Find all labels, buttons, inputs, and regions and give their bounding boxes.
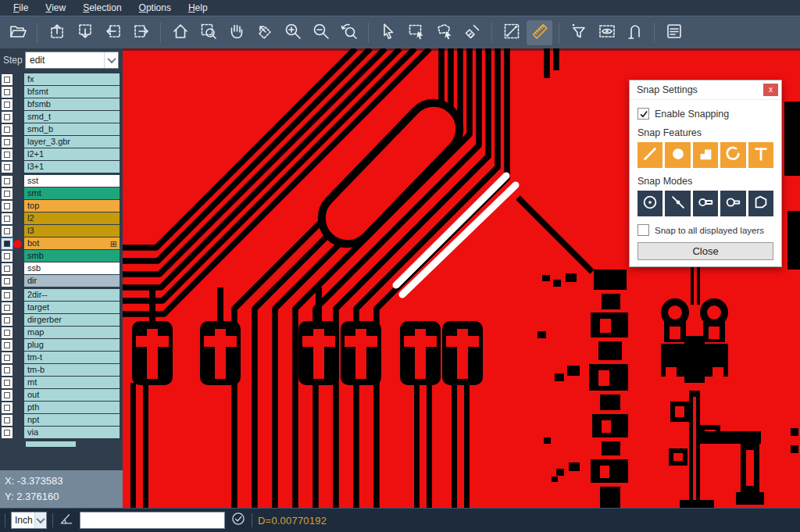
layer-checkbox[interactable] (2, 427, 12, 438)
shift-down-button[interactable] (72, 20, 98, 45)
layer-panel-button[interactable] (661, 20, 687, 45)
step-select[interactable]: edit (25, 52, 119, 69)
layer-checkbox[interactable] (2, 124, 12, 135)
layer-label[interactable]: l2 (24, 212, 120, 224)
layer-checkbox[interactable] (2, 340, 12, 351)
view-options-button[interactable] (594, 20, 620, 45)
layer-label[interactable]: l2+1 (24, 148, 120, 160)
layer-label[interactable]: smd_t (24, 111, 120, 123)
layer-checkbox[interactable] (2, 352, 12, 363)
layer-label[interactable]: npt (24, 414, 120, 426)
layer-label[interactable]: fx (24, 73, 120, 85)
layer-checkbox[interactable] (2, 213, 12, 224)
layer-label[interactable]: map (24, 327, 120, 338)
layer-label[interactable]: plug (24, 339, 120, 351)
shift-left-button[interactable] (100, 20, 126, 45)
dialog-titlebar[interactable]: Snap Settings x (630, 80, 781, 100)
chevron-down-icon[interactable] (104, 52, 118, 68)
layer-checkbox-checked[interactable] (2, 238, 12, 249)
zoom-previous-button[interactable] (336, 20, 362, 45)
layer-checkbox[interactable] (2, 251, 12, 262)
layer-label[interactable]: bot (24, 237, 120, 249)
close-button[interactable]: Close (638, 242, 773, 260)
snap-to-line-button[interactable] (638, 142, 662, 168)
layer-checkbox[interactable] (2, 415, 12, 426)
snap-to-arc-button[interactable] (720, 142, 745, 168)
chevron-down-icon[interactable] (34, 512, 46, 528)
layer-label[interactable]: tm-t (24, 352, 120, 363)
layer-checkbox[interactable] (2, 402, 12, 413)
layer-checkbox[interactable] (2, 365, 12, 376)
layer-checkbox[interactable] (2, 176, 12, 187)
layer-label[interactable]: smb (24, 250, 120, 262)
layer-checkbox[interactable] (2, 276, 12, 287)
layer-label[interactable]: dir (24, 275, 120, 287)
layer-label[interactable]: ssb (24, 262, 120, 274)
layer-checkbox[interactable] (2, 137, 12, 148)
measure-distance-button[interactable] (498, 20, 524, 45)
zoom-in-button[interactable] (280, 20, 305, 45)
layer-grid-icon[interactable]: ⊞ (110, 238, 117, 249)
layer-checkbox[interactable] (2, 390, 12, 401)
layer-label[interactable]: bfsmt (24, 86, 120, 98)
menu-file[interactable]: File (6, 1, 35, 15)
layer-checkbox[interactable] (2, 377, 12, 388)
follow-net-button[interactable] (622, 20, 648, 45)
layer-checkbox[interactable] (2, 74, 12, 85)
measure-ruler-button[interactable] (527, 20, 552, 45)
zoom-window-button[interactable] (195, 20, 221, 45)
layer-label[interactable]: via (24, 427, 120, 438)
menu-options[interactable]: Options (132, 1, 178, 15)
layer-label[interactable]: bfsmb (24, 98, 120, 110)
layer-label[interactable]: top (24, 200, 120, 212)
unit-select[interactable]: Inch (11, 512, 47, 529)
layer-checkbox[interactable] (2, 87, 12, 98)
layer-label[interactable]: smd_b (24, 123, 120, 135)
snap-to-text-button[interactable] (748, 142, 773, 168)
clean-brush-button[interactable] (459, 20, 485, 45)
layer-label[interactable]: sst (24, 175, 120, 187)
snap-midpoint-button[interactable] (720, 191, 745, 216)
select-rectangle-button[interactable] (403, 20, 429, 45)
layer-checkbox[interactable] (2, 226, 12, 237)
home-view-button[interactable] (167, 20, 193, 45)
menu-view[interactable]: View (38, 1, 73, 15)
command-input[interactable] (80, 512, 225, 529)
layer-checkbox[interactable] (2, 112, 12, 123)
dialog-close-button[interactable]: x (763, 84, 778, 96)
layer-checkbox[interactable] (2, 149, 12, 160)
layer-checkbox[interactable] (2, 263, 12, 274)
zoom-dynamic-button[interactable] (252, 20, 277, 45)
apply-check-icon[interactable] (230, 511, 246, 530)
layer-checkbox[interactable] (2, 99, 12, 110)
layer-label[interactable]: out (24, 389, 120, 401)
pan-hand-button[interactable] (223, 20, 249, 45)
snap-contour-button[interactable] (748, 191, 773, 216)
select-arrow-button[interactable] (375, 20, 401, 45)
angle-measure-icon[interactable] (59, 511, 74, 530)
layer-label[interactable]: l3 (24, 225, 120, 237)
layer-checkbox[interactable] (2, 201, 12, 212)
layer-label[interactable]: layer_3.gbr (24, 136, 120, 148)
snap-to-pad-button[interactable] (665, 142, 690, 168)
layer-checkbox[interactable] (2, 188, 12, 199)
layer-label[interactable]: smt (24, 187, 120, 199)
layer-checkbox[interactable] (2, 315, 12, 326)
all-layers-checkbox[interactable] (638, 224, 649, 236)
zoom-out-button[interactable] (308, 20, 334, 45)
layer-label[interactable]: tm-b (24, 364, 120, 376)
layer-label[interactable]: pth (24, 402, 120, 413)
layer-checkbox[interactable] (2, 162, 12, 173)
layer-label[interactable]: dirgerber (24, 314, 120, 326)
snap-nearest-button[interactable] (665, 191, 690, 216)
layer-checkbox[interactable] (2, 302, 12, 313)
layer-label[interactable]: l3+1 (24, 161, 120, 173)
layer-checkbox[interactable] (2, 290, 12, 301)
shift-right-button[interactable] (128, 20, 154, 45)
snap-center-button[interactable] (638, 191, 662, 216)
filter-button[interactable] (566, 20, 591, 45)
select-polygon-button[interactable] (431, 20, 457, 45)
menu-help[interactable]: Help (181, 1, 215, 15)
snap-endpoint-button[interactable] (693, 191, 718, 216)
menu-selection[interactable]: Selection (76, 1, 128, 15)
